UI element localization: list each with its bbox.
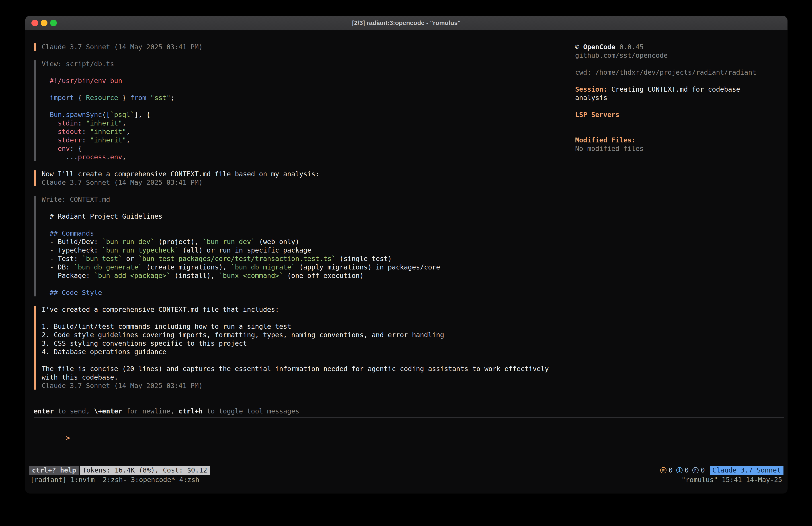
prompt-input[interactable]: > — [34, 425, 784, 451]
tmux-status-bar: [radiant] 1:nvim 2:zsh- 3:opencode* 4:zs… — [30, 475, 782, 484]
input-separator — [34, 417, 784, 418]
close-button[interactable] — [31, 19, 38, 26]
model-badge: Claude 3.7 Sonnet — [710, 466, 783, 475]
tool-accent-bar — [34, 196, 36, 296]
maximize-button[interactable] — [50, 19, 57, 26]
warning-count: 0 — [669, 466, 673, 474]
titlebar[interactable]: [2/3] radiant:3:opencode - "romulus" — [25, 16, 787, 30]
tool-write-block: Write: CONTEXT.md # Radiant Project Guid… — [34, 195, 784, 297]
hint-count: 0 — [701, 466, 705, 474]
assistant-summary-block: I've created a comprehensive CONTEXT.md … — [34, 305, 784, 390]
assistant-message-lines: Now I'll create a comprehensive CONTEXT.… — [42, 170, 784, 187]
sidebar-lines: © OpenCode 0.0.45github.com/sst/opencode… — [575, 43, 785, 153]
tool-accent-bar — [34, 60, 36, 161]
prompt-caret: > — [66, 434, 70, 442]
info-icon: i — [676, 467, 683, 473]
status-bar: ctrl+? help Tokens: 16.4K (8%), Cost: $0… — [29, 466, 783, 475]
help-shortcut-chip: ctrl+? help — [29, 466, 79, 475]
assistant-summary-lines: I've created a comprehensive CONTEXT.md … — [42, 305, 784, 390]
session-sidebar: © OpenCode 0.0.45github.com/sst/opencode… — [575, 43, 785, 153]
message-accent-bar — [34, 306, 36, 389]
tokens-cost-chip: Tokens: 16.4K (8%), Cost: $0.12 — [80, 466, 210, 475]
info-count: 0 — [685, 466, 689, 474]
window-title: [2/3] radiant:3:opencode - "romulus" — [352, 19, 461, 27]
minimize-button[interactable] — [41, 19, 47, 26]
message-accent-bar — [34, 170, 36, 186]
hint-icon: h — [692, 467, 699, 473]
assistant-message-block: Now I'll create a comprehensive CONTEXT.… — [34, 170, 784, 187]
message-accent-bar — [34, 43, 36, 51]
traffic-lights — [31, 19, 57, 26]
opencode-screen: Claude 3.7 Sonnet (14 May 2025 03:41 PM)… — [25, 30, 787, 494]
terminal-window: [2/3] radiant:3:opencode - "romulus" Cla… — [25, 16, 788, 494]
tmux-host-clock: "romulus" 15:41 14-May-25 — [681, 475, 782, 484]
warning-icon: W — [660, 467, 667, 473]
input-help: enter to send, \+enter for newline, ctrl… — [34, 407, 784, 415]
diagnostics-group: W 0 i 0 h 0 — [660, 466, 706, 474]
tool-write-lines: Write: CONTEXT.md # Radiant Project Guid… — [42, 195, 784, 297]
tmux-windows: [radiant] 1:nvim 2:zsh- 3:opencode* 4:zs… — [30, 475, 200, 484]
